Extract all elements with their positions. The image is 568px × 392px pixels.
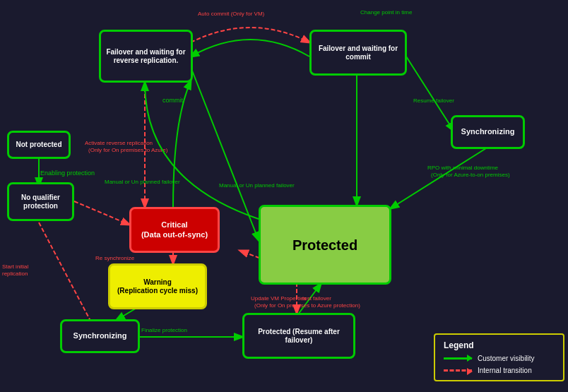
node-no-qualifier: No qualifier protection [7, 182, 74, 221]
svg-text:replication: replication [2, 271, 28, 277]
svg-text:Auto commit (Only for VM): Auto commit (Only for VM) [198, 11, 265, 17]
svg-text:RPO with minimal downtime: RPO with minimal downtime [427, 165, 499, 171]
legend-green-arrow [444, 357, 472, 360]
svg-line-5 [74, 201, 129, 225]
node-failover-commit: Failover and waiting for commit [309, 30, 407, 76]
node-synchronizing-bottom: Synchronizing [60, 319, 140, 353]
svg-text:Change point in time: Change point in time [360, 9, 413, 16]
legend-box: Legend Customer visibility Internal tran… [434, 333, 564, 381]
svg-text:Resume failover: Resume failover [413, 97, 454, 104]
svg-text:test failover: test failover [302, 295, 331, 302]
legend-title: Legend [444, 340, 555, 350]
node-synchronizing-top: Synchronizing [451, 115, 525, 149]
svg-line-10 [406, 57, 454, 131]
svg-text:Start initial: Start initial [2, 263, 29, 270]
node-critical: Critical(Data out-of-sync) [129, 207, 220, 253]
legend-external-label: Customer visibility [478, 355, 535, 362]
legend-internal: Internal transition [444, 367, 555, 374]
svg-text:commit: commit [162, 97, 183, 104]
legend-external: Customer visibility [444, 355, 555, 362]
node-not-protected: Not protected [7, 131, 71, 159]
svg-text:Activate reverse replication: Activate reverse replication [85, 140, 153, 146]
node-warning: Warning(Replication cycle miss) [108, 263, 207, 309]
svg-text:Enabling protection: Enabling protection [40, 170, 95, 177]
legend-internal-label: Internal transition [478, 367, 532, 374]
legend-red-arrow [444, 369, 472, 372]
svg-text:Finalize protection: Finalize protection [141, 327, 187, 333]
svg-text:Manual or Un planned failover: Manual or Un planned failover [105, 179, 180, 185]
node-protected-failover: Protected (Resume after failover) [242, 313, 355, 359]
svg-text:(Only for On premises to Azure: (Only for On premises to Azure protectio… [254, 302, 360, 309]
diagram-container: Enabling protection Start initial replic… [0, 0, 568, 392]
svg-text:Re synchronize: Re synchronize [95, 255, 135, 261]
svg-text:Update VM Properties: Update VM Properties [251, 295, 307, 302]
svg-text:Manual or Un planned failover: Manual or Un planned failover [219, 182, 295, 189]
svg-text:(Only for Azure-to-on premises: (Only for Azure-to-on premises) [431, 172, 510, 178]
node-failover-reverse: Failover and waiting for reverse replica… [99, 30, 193, 83]
node-protected: Protected [259, 205, 391, 285]
svg-text:(Only for On premises to Azure: (Only for On premises to Azure) [88, 147, 168, 153]
